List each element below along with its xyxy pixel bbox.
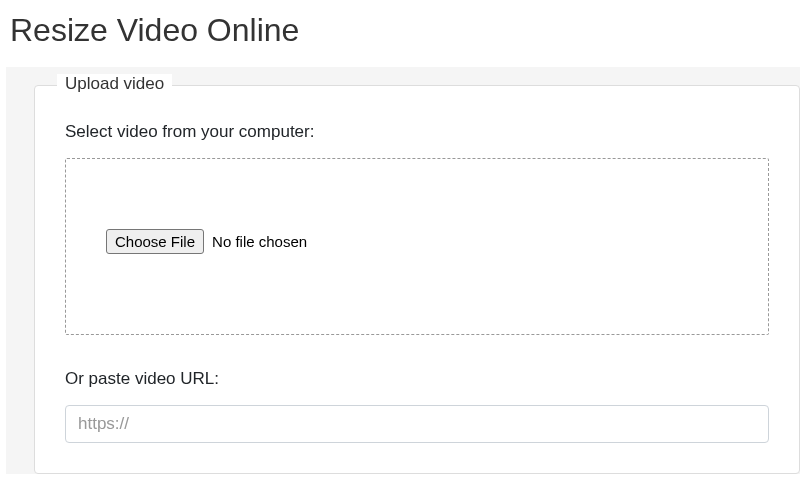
upload-legend: Upload video	[57, 74, 172, 94]
paste-url-label: Or paste video URL:	[65, 369, 769, 389]
file-dropzone[interactable]: Choose File No file chosen	[65, 158, 769, 335]
select-video-label: Select video from your computer:	[65, 122, 769, 142]
upload-fieldset: Upload video Select video from your comp…	[34, 85, 800, 474]
upload-panel: Upload video Select video from your comp…	[6, 67, 800, 474]
page-title: Resize Video Online	[0, 0, 800, 67]
video-url-input[interactable]	[65, 405, 769, 443]
choose-file-button[interactable]: Choose File	[106, 229, 204, 254]
file-input-row: Choose File No file chosen	[106, 229, 728, 254]
file-status-text: No file chosen	[212, 233, 307, 250]
